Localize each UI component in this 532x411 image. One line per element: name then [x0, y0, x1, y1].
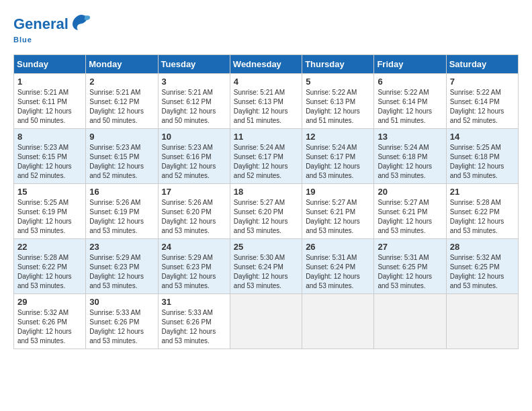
sunset-text: Sunset: 6:12 PM	[89, 98, 139, 105]
day-detail: Sunrise: 5:26 AM Sunset: 6:19 PM Dayligh…	[89, 198, 154, 236]
day-detail: Sunrise: 5:30 AM Sunset: 6:24 PM Dayligh…	[234, 253, 298, 291]
sunrise-text: Sunrise: 5:27 AM	[378, 199, 429, 206]
week-row: 1 Sunrise: 5:21 AM Sunset: 6:11 PM Dayli…	[14, 74, 519, 129]
calendar-cell	[302, 294, 374, 349]
day-number: 26	[306, 242, 370, 252]
sunset-text: Sunset: 6:24 PM	[234, 263, 283, 271]
day-number: 5	[306, 77, 370, 87]
week-row: 15 Sunrise: 5:25 AM Sunset: 6:19 PM Dayl…	[14, 184, 519, 239]
col-wednesday: Wednesday	[230, 55, 302, 74]
daylight-text: Daylight: 12 hours and 52 minutes.	[162, 163, 216, 179]
sunrise-text: Sunrise: 5:29 AM	[162, 254, 213, 261]
day-detail: Sunrise: 5:33 AM Sunset: 6:26 PM Dayligh…	[89, 308, 154, 346]
sunset-text: Sunset: 6:11 PM	[17, 98, 67, 105]
sunset-text: Sunset: 6:19 PM	[17, 208, 67, 216]
calendar-cell	[230, 294, 302, 349]
daylight-text: Daylight: 12 hours and 53 minutes.	[306, 163, 360, 179]
day-detail: Sunrise: 5:21 AM Sunset: 6:12 PM Dayligh…	[89, 88, 154, 126]
day-detail: Sunrise: 5:21 AM Sunset: 6:11 PM Dayligh…	[17, 88, 82, 126]
daylight-text: Daylight: 12 hours and 53 minutes.	[450, 163, 504, 179]
day-number: 31	[162, 297, 226, 307]
day-number: 13	[378, 132, 442, 142]
sunrise-text: Sunrise: 5:21 AM	[162, 89, 213, 96]
sunset-text: Sunset: 6:18 PM	[378, 153, 427, 161]
day-number: 27	[378, 242, 442, 252]
day-number: 1	[17, 77, 82, 87]
sunset-text: Sunset: 6:14 PM	[450, 98, 500, 105]
sunset-text: Sunset: 6:25 PM	[378, 263, 427, 271]
sunset-text: Sunset: 6:15 PM	[89, 153, 139, 161]
day-number: 29	[17, 297, 82, 307]
day-detail: Sunrise: 5:31 AM Sunset: 6:25 PM Dayligh…	[378, 253, 442, 291]
sunrise-text: Sunrise: 5:31 AM	[306, 254, 357, 261]
sunset-text: Sunset: 6:26 PM	[162, 318, 212, 326]
sunrise-text: Sunrise: 5:23 AM	[162, 144, 213, 151]
day-number: 19	[306, 187, 370, 197]
col-tuesday: Tuesday	[158, 55, 230, 74]
daylight-text: Daylight: 12 hours and 53 minutes.	[450, 218, 504, 234]
sunrise-text: Sunrise: 5:25 AM	[17, 199, 69, 206]
day-detail: Sunrise: 5:27 AM Sunset: 6:21 PM Dayligh…	[378, 198, 442, 236]
sunrise-text: Sunrise: 5:24 AM	[306, 144, 357, 151]
sunrise-text: Sunrise: 5:30 AM	[234, 254, 285, 261]
day-detail: Sunrise: 5:25 AM Sunset: 6:18 PM Dayligh…	[450, 143, 515, 181]
sunset-text: Sunset: 6:13 PM	[234, 98, 283, 105]
calendar-cell: 29 Sunrise: 5:32 AM Sunset: 6:26 PM Dayl…	[14, 294, 86, 349]
day-detail: Sunrise: 5:27 AM Sunset: 6:21 PM Dayligh…	[306, 198, 370, 236]
calendar-cell: 17 Sunrise: 5:26 AM Sunset: 6:20 PM Dayl…	[158, 184, 230, 239]
daylight-text: Daylight: 12 hours and 51 minutes.	[306, 107, 360, 124]
calendar-cell: 6 Sunrise: 5:22 AM Sunset: 6:14 PM Dayli…	[374, 74, 446, 129]
daylight-text: Daylight: 12 hours and 53 minutes.	[89, 328, 144, 345]
logo: General Blue	[13, 13, 91, 44]
day-detail: Sunrise: 5:28 AM Sunset: 6:22 PM Dayligh…	[450, 198, 515, 236]
calendar-cell: 21 Sunrise: 5:28 AM Sunset: 6:22 PM Dayl…	[446, 184, 518, 239]
sunset-text: Sunset: 6:25 PM	[450, 263, 500, 271]
sunrise-text: Sunrise: 5:27 AM	[306, 199, 357, 206]
calendar-cell: 1 Sunrise: 5:21 AM Sunset: 6:11 PM Dayli…	[14, 74, 86, 129]
calendar-cell: 5 Sunrise: 5:22 AM Sunset: 6:13 PM Dayli…	[302, 74, 374, 129]
sunrise-text: Sunrise: 5:28 AM	[450, 199, 501, 206]
calendar-cell: 3 Sunrise: 5:21 AM Sunset: 6:12 PM Dayli…	[158, 74, 230, 129]
daylight-text: Daylight: 12 hours and 51 minutes.	[378, 107, 432, 124]
sunset-text: Sunset: 6:20 PM	[234, 208, 283, 216]
col-monday: Monday	[86, 55, 158, 74]
sunset-text: Sunset: 6:16 PM	[162, 153, 212, 161]
calendar-cell: 16 Sunrise: 5:26 AM Sunset: 6:19 PM Dayl…	[86, 184, 158, 239]
calendar-table: Sunday Monday Tuesday Wednesday Thursday…	[13, 54, 519, 349]
calendar-cell: 10 Sunrise: 5:23 AM Sunset: 6:16 PM Dayl…	[158, 129, 230, 184]
day-detail: Sunrise: 5:32 AM Sunset: 6:26 PM Dayligh…	[17, 308, 82, 346]
sunrise-text: Sunrise: 5:22 AM	[306, 89, 357, 96]
sunrise-text: Sunrise: 5:25 AM	[450, 144, 501, 151]
calendar-cell: 8 Sunrise: 5:23 AM Sunset: 6:15 PM Dayli…	[14, 129, 86, 184]
day-number: 25	[234, 242, 298, 252]
daylight-text: Daylight: 12 hours and 53 minutes.	[306, 218, 360, 234]
sunset-text: Sunset: 6:26 PM	[89, 318, 139, 326]
calendar-cell: 25 Sunrise: 5:30 AM Sunset: 6:24 PM Dayl…	[230, 239, 302, 294]
col-sunday: Sunday	[14, 55, 86, 74]
day-number: 17	[162, 187, 226, 197]
daylight-text: Daylight: 12 hours and 53 minutes.	[306, 273, 360, 289]
daylight-text: Daylight: 12 hours and 53 minutes.	[17, 273, 72, 289]
sunset-text: Sunset: 6:18 PM	[450, 153, 500, 161]
daylight-text: Daylight: 12 hours and 53 minutes.	[162, 328, 216, 345]
col-saturday: Saturday	[446, 55, 518, 74]
day-detail: Sunrise: 5:31 AM Sunset: 6:24 PM Dayligh…	[306, 253, 370, 291]
day-number: 9	[89, 132, 154, 142]
day-detail: Sunrise: 5:23 AM Sunset: 6:15 PM Dayligh…	[17, 143, 82, 181]
day-detail: Sunrise: 5:26 AM Sunset: 6:20 PM Dayligh…	[162, 198, 226, 236]
day-number: 11	[234, 132, 298, 142]
calendar-cell	[446, 294, 518, 349]
sunrise-text: Sunrise: 5:22 AM	[450, 89, 501, 96]
daylight-text: Daylight: 12 hours and 50 minutes.	[17, 107, 72, 124]
day-number: 15	[17, 187, 82, 197]
daylight-text: Daylight: 12 hours and 51 minutes.	[234, 107, 288, 124]
sunrise-text: Sunrise: 5:22 AM	[378, 89, 429, 96]
sunrise-text: Sunrise: 5:27 AM	[234, 199, 285, 206]
sunset-text: Sunset: 6:13 PM	[306, 98, 355, 105]
day-number: 18	[234, 187, 298, 197]
calendar-cell	[374, 294, 446, 349]
day-number: 12	[306, 132, 370, 142]
header-row: Sunday Monday Tuesday Wednesday Thursday…	[14, 55, 519, 74]
calendar-cell: 31 Sunrise: 5:33 AM Sunset: 6:26 PM Dayl…	[158, 294, 230, 349]
day-number: 16	[89, 187, 154, 197]
